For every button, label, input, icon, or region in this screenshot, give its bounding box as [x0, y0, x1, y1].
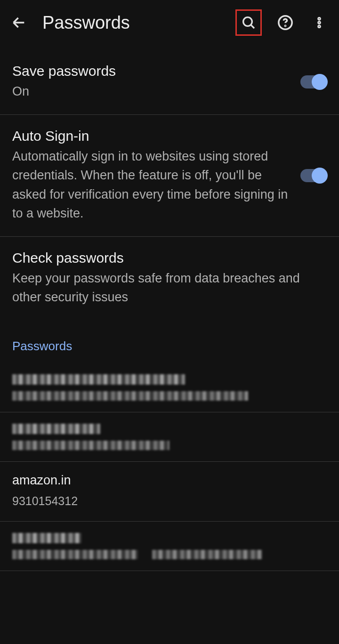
entry-user: 9310154312 — [12, 492, 327, 510]
svg-point-2 — [285, 25, 285, 26]
password-entry[interactable]: amazon.in 9310154312 — [0, 462, 339, 522]
check-passwords-row[interactable]: Check passwords Keep your passwords safe… — [0, 237, 339, 320]
save-passwords-title: Save passwords — [12, 63, 291, 79]
page-title: Passwords — [42, 13, 221, 33]
password-entry[interactable] — [0, 522, 339, 571]
redacted-site — [12, 424, 100, 434]
redacted-user — [12, 391, 248, 401]
auto-signin-toggle[interactable] — [300, 169, 327, 182]
redacted-site — [12, 374, 185, 385]
svg-point-0 — [243, 17, 252, 26]
back-icon[interactable] — [9, 13, 28, 32]
save-passwords-row[interactable]: Save passwords On — [0, 50, 339, 115]
check-passwords-description: Keep your passwords safe from data breac… — [12, 269, 327, 307]
svg-point-3 — [318, 18, 321, 20]
password-entry[interactable] — [0, 363, 339, 412]
more-icon[interactable] — [309, 12, 330, 33]
passwords-section-header: Passwords — [0, 320, 339, 363]
auto-signin-title: Auto Sign-in — [12, 128, 291, 144]
redacted-user — [12, 550, 138, 559]
search-highlight — [235, 9, 262, 36]
search-icon[interactable] — [238, 12, 259, 33]
redacted-user — [12, 441, 170, 450]
check-passwords-title: Check passwords — [12, 250, 327, 266]
entry-site: amazon.in — [12, 473, 327, 488]
redacted-site — [12, 533, 81, 543]
svg-point-5 — [318, 25, 321, 28]
save-passwords-toggle[interactable] — [300, 75, 327, 89]
auto-signin-description: Automatically sign in to websites using … — [12, 147, 291, 223]
password-entry[interactable] — [0, 412, 339, 462]
save-passwords-status: On — [12, 82, 291, 101]
svg-point-4 — [318, 22, 321, 24]
help-icon[interactable] — [275, 12, 296, 33]
auto-signin-row[interactable]: Auto Sign-in Automatically sign in to we… — [0, 115, 339, 237]
redacted-user — [152, 550, 262, 559]
